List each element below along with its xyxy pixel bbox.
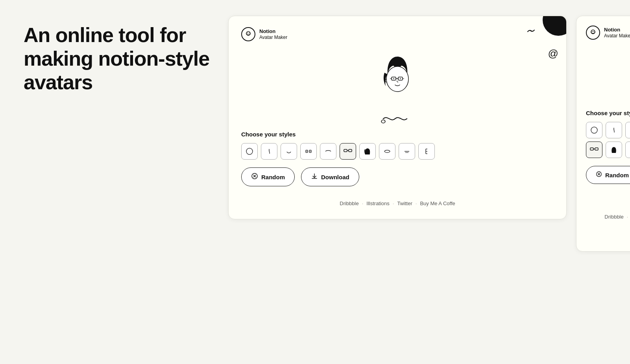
style-btn-sm-nose[interactable]	[606, 122, 622, 138]
svg-rect-19	[344, 149, 347, 152]
style-btn-face[interactable]	[241, 143, 258, 160]
random-button-small[interactable]: Random	[586, 166, 630, 184]
avatar-image-small	[621, 49, 630, 100]
style-btn-nose[interactable]	[261, 143, 277, 160]
card-large: 〜 @ Notion Avatar Maker	[228, 16, 567, 219]
random-icon-large	[251, 173, 258, 181]
style-btn-sm-face[interactable]	[586, 122, 602, 138]
style-btn-ear[interactable]	[418, 143, 435, 160]
style-btn-sm-lips[interactable]	[625, 142, 630, 158]
footer-link-dribbble[interactable]: Dribbble	[340, 200, 358, 206]
card-large-footer: Dribbble · Illstrations · Twitter · Buy …	[241, 196, 554, 206]
squiggle-deco-small	[586, 193, 630, 204]
card-small: 〜 @ Notion Avatar Maker	[576, 16, 630, 252]
avatar-image-large	[372, 51, 423, 102]
svg-point-18	[310, 151, 311, 152]
download-button-large[interactable]: Download	[301, 167, 359, 186]
style-btn-chin[interactable]	[399, 143, 415, 160]
left-section: An online tool for making notion-style a…	[24, 16, 212, 110]
style-btn-lips[interactable]	[379, 143, 395, 160]
action-row-large: Random Download	[241, 167, 554, 186]
footer-link-coffee[interactable]: Buy Me A Coffe	[420, 200, 455, 206]
style-btn-hair[interactable]	[359, 143, 376, 160]
svg-rect-20	[349, 149, 352, 152]
action-row-small: Random Download	[586, 166, 630, 184]
page-headline: An online tool for making notion-style a…	[24, 24, 212, 94]
spiral-decoration-large: @	[548, 48, 558, 60]
svg-point-5	[386, 66, 408, 92]
style-btn-glasses[interactable]	[340, 143, 356, 160]
squiggle-deco-large	[228, 113, 567, 125]
style-btn-mouth[interactable]	[281, 143, 297, 160]
card-small-header: Notion Avatar Maker	[586, 26, 630, 40]
random-button-large[interactable]: Random	[241, 167, 295, 186]
footer-link-twitter[interactable]: Twitter	[397, 200, 412, 206]
card-small-footer: Dribbble · Twitter · Buy Me A Coffe	[586, 209, 630, 220]
page-wrapper: An online tool for making notion-style a…	[24, 16, 606, 252]
logo-icon-large	[241, 27, 255, 41]
svg-point-44	[591, 127, 597, 133]
avatar-display-large	[241, 51, 554, 102]
footer-link-illustrations[interactable]: Illstrations	[366, 200, 390, 206]
svg-rect-50	[595, 148, 598, 150]
svg-point-11	[393, 78, 394, 79]
svg-point-12	[400, 78, 401, 79]
footer-link-sm-dribbble[interactable]: Dribbble	[604, 214, 623, 220]
style-grid-small	[586, 122, 630, 158]
logo-icon-small	[586, 26, 600, 40]
style-btn-sm-glasses[interactable]	[586, 142, 602, 158]
avatar-display-small	[586, 49, 630, 100]
style-btn-sm-mouth[interactable]	[625, 122, 630, 138]
svg-point-14	[246, 148, 253, 154]
logo-text-large: Notion Avatar Maker	[259, 28, 287, 40]
logo-text-small: Notion Avatar Maker	[604, 27, 630, 39]
style-btn-brow[interactable]	[320, 143, 336, 160]
svg-point-17	[307, 151, 307, 152]
random-icon-small	[596, 171, 602, 179]
download-icon-large	[311, 173, 318, 181]
style-btn-eyes[interactable]	[300, 143, 317, 160]
svg-point-13	[381, 120, 385, 123]
card-large-header: Notion Avatar Maker	[241, 27, 554, 41]
svg-rect-49	[590, 148, 593, 150]
choose-label-small: Choose your styles	[586, 110, 630, 116]
cards-section: 〜 @ Notion Avatar Maker	[228, 16, 630, 252]
style-btn-sm-hair[interactable]	[606, 142, 622, 158]
choose-label-large: Choose your styles	[241, 131, 554, 138]
style-grid-large	[241, 143, 554, 160]
